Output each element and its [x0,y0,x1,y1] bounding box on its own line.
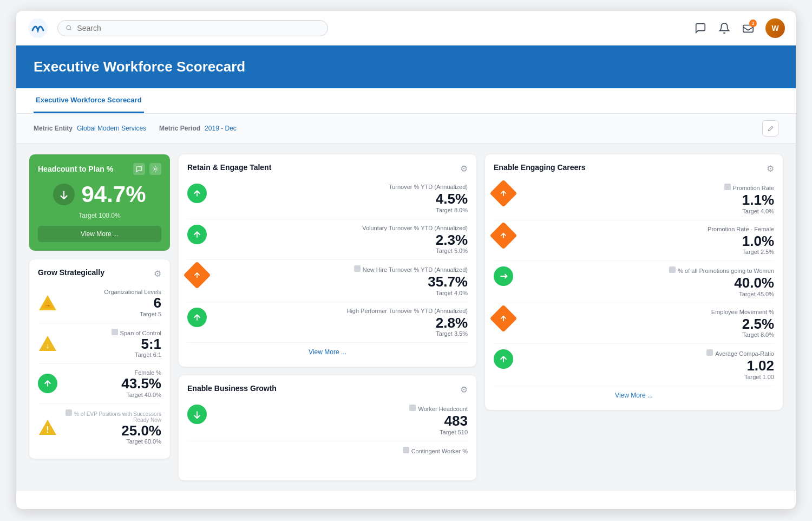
search-bar[interactable] [57,20,328,36]
contingent-worker-row: Contingent Worker % [187,441,468,472]
right-column: Enable Engaging Careers ⚙ Promotion Rate [485,154,783,480]
inbox-badge: 3 [749,19,757,27]
page-header: Executive Workforce Scorecard [16,45,796,88]
newhire-turnover-row: New Hire Turnover % YTD (Annualized) 35.… [187,260,468,302]
promotion-female-indicator [490,222,518,249]
left-column: Headcount to Plan % [29,154,170,480]
notification-icon[interactable] [718,22,731,35]
promotion-rate-row: Promotion Rate 1.1% Target 4.0% [494,178,774,220]
period-value: 2019 - Dec [205,125,237,132]
entity-label: Metric Entity [34,125,73,132]
headcount-trend-indicator [53,184,75,205]
svg-text:!: ! [46,425,49,434]
headcount-view-more[interactable]: View More ... [38,226,161,242]
newhire-turnover-indicator [184,262,211,289]
search-icon [66,24,73,32]
search-input[interactable] [77,24,320,32]
careers-view-more[interactable]: View More ... [494,386,774,401]
female-indicator [38,374,57,393]
span-control-indicator: ↓ [38,334,57,353]
promotions-women-row: % of all Promotions going to Women 40.0%… [494,261,774,303]
highperf-turnover-indicator [187,308,207,327]
voluntary-turnover-row: Voluntary Turnover % YTD (Annualized) 2.… [187,219,468,260]
promotion-female-row: Promotion Rate - Female 1.0% Target 2.5% [494,220,774,262]
engaging-careers-card: Enable Engaging Careers ⚙ Promotion Rate [485,154,783,410]
middle-column: Retain & Engage Talent ⚙ Turnover % YTD … [179,154,476,480]
headcount-settings-icon[interactable] [149,163,161,175]
top-nav: 3 W [16,11,796,45]
tab-executive-scorecard[interactable]: Executive Workforce Scorecard [34,88,144,113]
worker-headcount-indicator [187,405,207,424]
entity-value: Global Modern Services [77,125,146,132]
metric-row-span-control: ↓ Span of Control 5:1 Target 6:1 [38,323,161,364]
growth-title: Enable Business Growth [187,384,277,393]
svg-text:→: → [44,302,51,309]
evp-indicator: ! [38,418,57,437]
grow-title: Grow Strategically [38,268,104,277]
grow-settings-button[interactable]: ⚙ [154,269,161,279]
employee-movement-row: Employee Movement % 2.5% Target 8.0% [494,303,774,344]
svg-point-3 [154,168,156,170]
tab-bar: Executive Workforce Scorecard [16,88,796,114]
evp-info: % of EVP Positions with Successors Ready… [64,409,161,445]
org-levels-info: Organizational Levels 6 Target 5 [64,289,161,317]
enable-growth-card: Enable Business Growth ⚙ Worker Headcoun… [179,375,476,480]
org-levels-indicator: → [38,293,57,312]
nav-icons: 3 W [694,18,785,38]
edit-button[interactable] [762,120,778,136]
span-control-info: Span of Control 5:1 Target 6:1 [64,329,161,359]
employee-movement-indicator [490,304,518,332]
user-avatar[interactable]: W [765,18,785,38]
retain-settings-button[interactable]: ⚙ [460,164,468,174]
chat-icon[interactable] [694,22,707,35]
highperf-turnover-row: High Performer Turnover % YTD (Annualize… [187,302,468,343]
headcount-target: Target 100.0% [38,212,161,219]
careers-title: Enable Engaging Careers [494,163,586,172]
main-content: Headcount to Plan % [16,144,796,491]
headcount-card: Headcount to Plan % [29,154,170,251]
female-info: Female % 43.5% Target 40.0% [64,369,161,398]
page-title: Executive Workforce Scorecard [34,58,778,75]
retain-engage-card: Retain & Engage Talent ⚙ Turnover % YTD … [179,154,476,367]
filter-bar: Metric Entity Global Modern Services Met… [16,114,796,144]
headcount-value: 94.7% [81,181,146,207]
growth-settings-button[interactable]: ⚙ [460,385,468,395]
turnover-ytd-row: Turnover % YTD (Annualized) 4.5% Target … [187,178,468,219]
period-label: Metric Period [159,125,200,132]
metric-row-org-levels: → Organizational Levels 6 Target 5 [38,283,161,323]
inbox-icon[interactable]: 3 [742,22,755,35]
logo[interactable] [27,17,49,39]
headcount-chat-icon[interactable] [133,163,145,175]
careers-settings-button[interactable]: ⚙ [767,164,774,174]
promotions-women-indicator [494,266,513,286]
metric-row-female: Female % 43.5% Target 40.0% [38,364,161,404]
metric-row-evp: ! % of EVP Positions with Successors Rea… [38,404,161,451]
promotion-rate-indicator [490,180,518,207]
voluntary-turnover-indicator [187,225,207,244]
compa-ratio-row: Average Compa-Ratio 1.02 Target 1.00 [494,344,774,386]
turnover-ytd-indicator [187,184,207,203]
grow-strategically-card: Grow Strategically ⚙ → Organizational Le… [29,259,170,459]
retain-title: Retain & Engage Talent [187,163,271,172]
headcount-title: Headcount to Plan % [38,165,113,173]
retain-view-more[interactable]: View More ... [187,343,468,358]
worker-headcount-row: Worker Headcount 483 Target 510 [187,399,468,441]
compa-ratio-indicator [494,349,513,369]
svg-text:↓: ↓ [46,341,50,350]
